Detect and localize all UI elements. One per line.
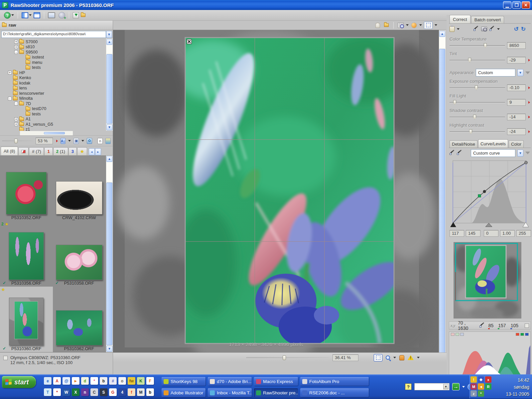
slider-thumb[interactable]	[475, 85, 478, 90]
preview-scrollbar[interactable]: ▲ ▼	[439, 31, 446, 361]
quicklaunch-macro-express-icon[interactable]: M	[137, 388, 145, 396]
quicklaunch-save-disk-icon[interactable]: S	[100, 388, 107, 396]
black-point-dropper-icon[interactable]	[450, 150, 455, 156]
tree-item[interactable]: -Minolta	[0, 96, 105, 101]
chevron-down-icon[interactable]	[29, 14, 32, 16]
collapse-toggle-icon[interactable]: -	[14, 102, 18, 105]
tab-scroll-left-button[interactable]: ◂	[89, 148, 95, 155]
tray-icon[interactable]: M	[470, 383, 477, 390]
chevron-down-icon[interactable]	[417, 357, 420, 358]
tree-item[interactable]: testD70	[0, 106, 105, 112]
quicklaunch-acrobat-icon[interactable]: A	[53, 377, 61, 385]
slider-value[interactable]: -29	[507, 57, 526, 64]
recycle-bin-icon[interactable]: ♻	[87, 138, 92, 144]
title-bar[interactable]: P RawShooter premium 2006 - P5310360.ORF…	[0, 0, 532, 10]
tree-hscrollbar[interactable]	[20, 131, 73, 135]
quicklaunch-b-app-icon[interactable]: b	[146, 388, 154, 396]
quicklaunch-draw-tool-icon[interactable]: d	[81, 377, 89, 385]
curve-expand-icon[interactable]	[525, 152, 530, 154]
scrollbar-thumb[interactable]	[439, 49, 445, 354]
thumbnail-cell[interactable]: ★✓P5310360.ORF	[0, 287, 53, 352]
tree-item[interactable]: z1	[0, 127, 105, 131]
task-button[interactable]: d70 - Adobe Bri...	[208, 377, 252, 386]
quicklaunch-firefox-icon[interactable]: F	[146, 377, 154, 385]
magnifier-icon[interactable]	[386, 355, 390, 360]
quicklaunch-photo-album-icon[interactable]: #	[109, 377, 117, 385]
scrollbar-thumb[interactable]	[44, 132, 65, 134]
zoom-slider[interactable]	[246, 355, 329, 360]
quicklaunch-paint-splat-icon[interactable]: *	[53, 388, 61, 396]
collapse-toggle-icon[interactable]: -	[14, 50, 18, 54]
tree-item[interactable]: -7D	[0, 101, 105, 106]
info-checkbox[interactable]	[3, 356, 8, 360]
go-button[interactable]: →	[452, 383, 460, 390]
quicklaunch-thunderbird-icon[interactable]: T	[44, 388, 52, 396]
tree-item[interactable]: lens	[0, 86, 105, 91]
open-folder-button[interactable]	[81, 12, 85, 19]
thumbnail-image[interactable]	[56, 310, 102, 345]
thumbnail-image[interactable]	[9, 232, 44, 280]
filter-tab-priority-2[interactable]: 2(1)	[53, 147, 68, 155]
curve-preset-select[interactable]: Custom curve	[471, 149, 515, 157]
tree-item[interactable]: Kenko	[0, 75, 105, 81]
tab-correct[interactable]: Correct	[450, 15, 470, 23]
quicklaunch-my-computer-icon[interactable]: C	[90, 388, 98, 396]
layout-split-button[interactable]	[22, 12, 32, 19]
filter-tab-all[interactable]: All(8)	[1, 147, 18, 155]
expand-toggle-icon[interactable]: +	[8, 71, 12, 74]
histogram-active-swatches[interactable]	[516, 333, 529, 336]
filter-tab-priority-1[interactable]: 1	[44, 147, 53, 155]
warning-icon[interactable]	[408, 355, 414, 360]
filter-tab-priority-3[interactable]: 3	[68, 147, 77, 155]
slider-track[interactable]	[450, 58, 505, 63]
crop-tool-active-button[interactable]	[374, 354, 382, 361]
layout-full-button[interactable]	[34, 12, 40, 19]
expand-toggle-icon[interactable]: +	[14, 117, 18, 121]
scrollbar-thumb[interactable]	[106, 183, 112, 345]
chevron-down-icon[interactable]	[11, 14, 14, 16]
tray-icon[interactable]: ◄	[478, 383, 484, 390]
thumbnail-cell[interactable]: ✓P5310358.ORF	[53, 221, 106, 287]
slider-value[interactable]: -14	[507, 114, 526, 120]
chevron-down-icon[interactable]	[406, 24, 409, 26]
path-dropdown-button[interactable]: ▼	[106, 31, 112, 38]
slider-thumb[interactable]	[469, 129, 472, 134]
appearance-dropdown-button[interactable]: ▼	[517, 69, 523, 76]
quicklaunch-internet-explorer-icon[interactable]: e	[44, 377, 52, 385]
path-combobox[interactable]: D:\Tekster\grafik\_digikamera\olympus\80…	[1, 31, 106, 38]
expand-toggle-icon[interactable]: +	[14, 122, 18, 126]
scroll-down-button[interactable]: ▼	[106, 346, 112, 352]
settings-clipboard-icon[interactable]	[450, 26, 455, 32]
slider-value[interactable]: 8650	[507, 42, 526, 49]
task-button[interactable]: FotoAlbum Pro	[300, 377, 369, 386]
expand-toggle-icon[interactable]: +	[14, 45, 18, 49]
restore-button[interactable]: ❐	[512, 1, 521, 9]
white-balance-pen-icon[interactable]	[473, 26, 479, 32]
thumbnail-image[interactable]	[9, 298, 44, 345]
monitor-button[interactable]	[48, 12, 57, 19]
eyedropper-icon[interactable]	[489, 26, 495, 32]
curve-value-2[interactable]: 0	[484, 230, 498, 237]
quicklaunch-cd-burner-icon[interactable]: o	[118, 377, 126, 385]
slider-thumb[interactable]	[468, 58, 471, 63]
flag-tool-button[interactable]	[374, 22, 381, 28]
quicklaunch-word-icon[interactable]: W	[63, 388, 70, 396]
minimize-button[interactable]: ▁	[503, 1, 511, 9]
tray-icon[interactable]: ◆	[478, 376, 484, 383]
sort-az-icon[interactable]: A↓	[61, 138, 66, 144]
thumbnail-cell[interactable]: 2★✓P5310356.ORF	[0, 221, 53, 287]
tab-color[interactable]: Color	[509, 140, 524, 148]
thumb-zoom-value[interactable]: 53 %	[36, 138, 53, 144]
curve-value-1[interactable]: 145	[466, 230, 480, 237]
slider-track[interactable]	[450, 100, 505, 105]
appearance-expand-icon[interactable]	[525, 71, 530, 74]
slider-value[interactable]: -24	[507, 128, 526, 135]
appearance-select[interactable]: Custom	[476, 69, 515, 76]
address-combobox[interactable]: ▼	[414, 383, 450, 390]
chevron-down-icon[interactable]: ▼	[443, 384, 449, 389]
task-button[interactable]: Adobe Illustrator	[162, 388, 205, 397]
tree-item[interactable]: kodak	[0, 80, 105, 86]
tab-scroll-right-button[interactable]: ▸	[95, 148, 101, 155]
image-preview-icon[interactable]	[105, 138, 111, 144]
tab-curve-levels[interactable]: Curve/Levels	[478, 139, 508, 148]
